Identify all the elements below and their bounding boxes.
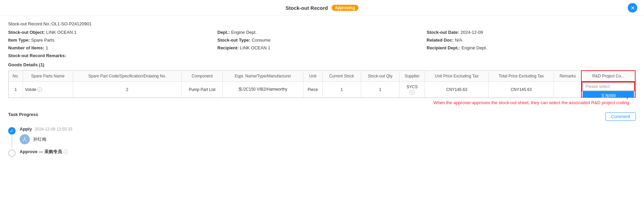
- approve-info-icon[interactable]: i: [63, 149, 68, 154]
- info-row-remarks: Stock-out Record Remarks:: [8, 53, 636, 58]
- info-section: Stock-out Record No.:OL1-SO-P24120901 St…: [0, 16, 644, 58]
- avatar-placeholder: 人: [22, 136, 27, 142]
- timeline-item-approve: Approve — 采购专员 i: [8, 149, 636, 157]
- info-value-recipient-dept: Engine Dept.: [461, 45, 487, 50]
- th-remarks: Remarks: [554, 71, 581, 81]
- apply-done-dot: ✓: [8, 127, 16, 135]
- info-value-num-items: 1: [46, 45, 48, 50]
- info-label-recipient-dept: Recipient Dept.:: [427, 45, 460, 50]
- dropdown-option-0[interactable]: 互海888: [583, 91, 634, 98]
- part-name-cell: Volute i: [25, 87, 71, 92]
- th-stock-out-qty: Stock-out Qty: [361, 71, 399, 81]
- th-unit: Unit: [303, 71, 322, 81]
- info-value-related-doc: N/A: [455, 38, 462, 43]
- th-component: Component: [181, 71, 222, 81]
- info-label-remarks: Stock-out Record Remarks:: [8, 53, 66, 58]
- record-no-value: OL1-SO-P24120901: [51, 21, 92, 26]
- close-button[interactable]: ✕: [628, 3, 637, 13]
- th-supplier: Supplier: [399, 71, 425, 81]
- approve-pending-dot: [8, 149, 16, 157]
- info-row-recipient: Recipient: LINK OCEAN 1: [217, 45, 427, 50]
- info-value-recipient: LINK OCEAN 1: [240, 45, 271, 50]
- apply-step-content: Apply 2024-12-09 13:55:33 人 孙红梅: [20, 126, 72, 144]
- table-header-row: No. Spare Parts Name Spare Part Code/Spe…: [9, 71, 636, 81]
- part-name-text: Volute: [25, 87, 36, 92]
- checkmark-icon: ✓: [10, 128, 14, 134]
- goods-title: Goods Details (1): [8, 62, 636, 67]
- info-label-dept: Dept.:: [217, 30, 230, 35]
- timeline-line-apply: [12, 135, 12, 147]
- info-label-stock-out-type: Stock-out Type:: [217, 38, 250, 43]
- status-badge: Approving: [331, 5, 359, 11]
- close-icon: ✕: [630, 5, 635, 11]
- info-label-related-doc: Related Doc:: [427, 38, 453, 43]
- info-grid: Stock-out Object: LINK OCEAN 1 Dept.: En…: [8, 30, 636, 50]
- info-label-stock-out-date: Stock-out Date:: [427, 30, 459, 35]
- rd-project-select[interactable]: Please select: [582, 83, 634, 91]
- dropdown-placeholder: Please select: [585, 84, 609, 89]
- th-unit-price: Unit Price Excluding Tax: [425, 71, 489, 81]
- th-spare-parts-name: Spare Parts Name: [23, 71, 73, 81]
- info-row-recipient-dept: Recipient Dept.: Engine Dept.: [427, 45, 636, 50]
- page-title: Stock-out Record: [285, 5, 328, 11]
- info-row-stock-out-object: Stock-out Object: LINK OCEAN 1: [8, 30, 217, 35]
- apply-user-name: 孙红梅: [33, 136, 46, 142]
- td-rd-project[interactable]: Please select 互海888 11111 2222 33333: [581, 81, 635, 97]
- apply-user-avatar: 人: [20, 134, 30, 144]
- info-value-stock-out-date: 2024-12-09: [460, 30, 483, 35]
- th-eqpt-name: Eqpt. Name/Type/Manufacturer: [223, 71, 303, 81]
- rd-project-dropdown-list: 互海888 11111 2222 33333: [582, 91, 634, 98]
- info-value-item-type: Spare Parts: [31, 38, 55, 43]
- info-value-stock-out-object: LINK OCEAN 1: [46, 30, 77, 35]
- approve-step-content: Approve — 采购专员 i: [20, 149, 68, 155]
- th-current-stock: Current Stock: [322, 71, 361, 81]
- info-value-dept: Engine Dept.: [231, 30, 257, 35]
- rd-project-dropdown-container[interactable]: Please select 互海888 11111 2222 33333: [582, 82, 635, 91]
- supplier-name: SYCS: [407, 85, 418, 89]
- info-label-num-items: Number of Items:: [8, 45, 44, 50]
- timeline-connector-apply: ✓: [8, 126, 16, 147]
- info-row-dept: Dept.: Engine Dept.: [217, 30, 427, 35]
- info-row-related-doc: Related Doc: N/A: [427, 38, 636, 43]
- annotation-section: ↓ When the approver approves the stock-o…: [0, 93, 644, 105]
- th-spare-part-code: Spare Part Code/Specification/Drawing No…: [73, 71, 181, 81]
- record-number: Stock-out Record No.:OL1-SO-P24120901: [8, 21, 636, 26]
- timeline: ✓ Apply 2024-12-09 13:55:33 人 孙红梅: [8, 126, 636, 157]
- info-row-item-type: Item Type: Spare Parts: [8, 38, 217, 43]
- apply-step-name: Apply: [20, 126, 32, 132]
- info-row-stock-out-date: Stock-out Date: 2024-12-09: [427, 30, 636, 35]
- th-total-price: Total Price Excluding Tax: [489, 71, 554, 81]
- volute-info-icon[interactable]: i: [37, 87, 42, 92]
- approve-step-row: Approve — 采购专员 i: [20, 149, 68, 155]
- info-row-stock-out-type: Stock-out Type: Consume: [217, 38, 427, 43]
- info-label-stock-out-object: Stock-out Object:: [8, 30, 45, 35]
- task-progress-section: Task Progress Comment ✓ Apply 2024-12-09…: [0, 107, 644, 162]
- task-header: Task Progress Comment: [8, 112, 636, 121]
- annotation-text: When the approver approves the stock-out…: [433, 100, 629, 105]
- task-progress-title: Task Progress: [8, 112, 38, 117]
- info-label-recipient: Recipient:: [217, 45, 239, 50]
- apply-step-time: 2024-12-09 13:55:33: [35, 127, 72, 132]
- apply-step-row: Apply 2024-12-09 13:55:33: [20, 126, 72, 132]
- header: Stock-out Record Approving ✕: [0, 0, 644, 16]
- th-no: No.: [9, 71, 23, 81]
- th-rd-project: R&D Project Co...: [581, 71, 635, 81]
- info-label-item-type: Item Type:: [8, 38, 30, 43]
- approve-step-name: Approve — 采购专员: [20, 149, 62, 155]
- timeline-item-apply: ✓ Apply 2024-12-09 13:55:33 人 孙红梅: [8, 126, 636, 147]
- record-no-label: Stock-out Record No.:: [8, 21, 51, 26]
- comment-button[interactable]: Comment: [605, 112, 636, 121]
- apply-step-user-row: 人 孙红梅: [20, 134, 72, 144]
- info-value-stock-out-type: Consume: [252, 38, 271, 43]
- annotation-wrapper: ↓ When the approver approves the stock-o…: [8, 93, 629, 105]
- info-row-num-items: Number of Items: 1: [8, 45, 217, 50]
